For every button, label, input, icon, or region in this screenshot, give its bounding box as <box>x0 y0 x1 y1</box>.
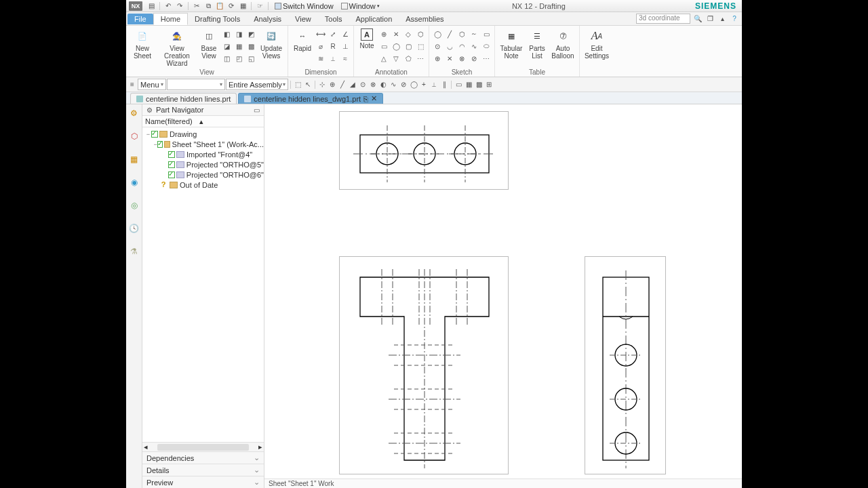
constraint-navigator-icon[interactable]: ▦ <box>128 153 140 165</box>
save-icon[interactable]: ▤ <box>146 1 156 11</box>
doc-tab-2[interactable]: centerline hidden lines_dwg1.prt⎘✕ <box>238 93 383 104</box>
tab-view[interactable]: View <box>288 14 318 24</box>
tabular-note-button[interactable]: ▦TabularNote <box>498 27 525 60</box>
group-view: 📄NewSheet 🧙View CreationWizard ◫BaseView… <box>126 26 288 77</box>
part-navigator-icon[interactable]: ⚙ <box>128 107 140 119</box>
snap-4-icon[interactable]: ◢ <box>348 80 357 89</box>
view-1-icon[interactable]: ▭ <box>454 80 463 89</box>
assembly-navigator-icon[interactable]: ⬡ <box>128 130 140 142</box>
tree-ortho6[interactable]: Projected "ORTHO@6" <box>142 169 264 180</box>
switch-window-icon[interactable]: Switch Window <box>272 1 336 11</box>
snap-3-icon[interactable]: ╱ <box>338 80 347 89</box>
snap-2-icon[interactable]: ⊕ <box>328 80 337 89</box>
group-annotation: ANote ⊕✕◇⬡ ▭◯▢⬚ △▽⬠⋯ Annotation <box>354 26 429 77</box>
ribbon: 📄NewSheet 🧙View CreationWizard ◫BaseView… <box>126 26 742 77</box>
snap-8-icon[interactable]: ∿ <box>389 80 398 89</box>
auto-balloon-button[interactable]: ➆AutoBalloon <box>549 27 576 60</box>
drawing-canvas[interactable] <box>264 104 742 479</box>
view-ortho5[interactable] <box>339 256 509 474</box>
snap-12-icon[interactable]: ⟂ <box>429 80 439 89</box>
note-button[interactable]: ANote <box>357 27 377 49</box>
view-4-icon[interactable]: ⊞ <box>484 80 494 89</box>
doc-tab-1[interactable]: centerline hidden lines.prt <box>130 93 237 104</box>
snap-5-icon[interactable]: ⊙ <box>358 80 368 89</box>
history-icon[interactable]: 🕓 <box>128 222 140 235</box>
rapid-dimension-button[interactable]: ↔Rapid <box>291 27 314 52</box>
dimension-mini-buttons[interactable]: ⟷⤢∠ ⌀R⊥ ≋⟂≈ <box>315 27 351 64</box>
help-icon[interactable]: ? <box>730 14 739 24</box>
new-sheet-button[interactable]: 📄NewSheet <box>129 27 156 60</box>
redo-icon[interactable]: ↷ <box>175 1 184 11</box>
close-icon[interactable]: ✕ <box>371 94 377 103</box>
part-icon <box>244 96 251 102</box>
update-views-button[interactable]: 🔄UpdateViews <box>258 27 285 60</box>
tab-file[interactable]: File <box>127 14 153 24</box>
parts-list-button[interactable]: ☰PartsList <box>526 27 548 60</box>
base-view-button[interactable]: ◫BaseView <box>198 27 220 60</box>
document-tab-strip: centerline hidden lines.prt centerline h… <box>126 92 742 104</box>
search-icon[interactable]: 🔍 <box>693 14 703 24</box>
tree-drawing[interactable]: −Drawing <box>142 129 264 139</box>
window-restore-icon[interactable]: ❐ <box>705 14 715 24</box>
reuse-library-icon[interactable]: ◉ <box>128 176 140 188</box>
snap-7-icon[interactable]: ◐ <box>378 80 388 89</box>
group-edit: AAEditSettings <box>580 26 614 77</box>
view-3-icon[interactable]: ▩ <box>474 80 484 89</box>
cut-icon[interactable]: ✂ <box>192 1 201 11</box>
grid-icon[interactable]: ▦ <box>238 1 248 11</box>
gear-icon[interactable]: ⚙ <box>145 106 153 114</box>
snap-11-icon[interactable]: + <box>419 80 429 89</box>
tree-ortho5[interactable]: Projected "ORTHO@5" <box>142 159 264 169</box>
copy-icon[interactable]: ⧉ <box>203 1 213 11</box>
menu-icon[interactable]: ≡ <box>127 80 137 89</box>
collapse-icon[interactable]: ▭ <box>252 105 261 115</box>
tab-analysis[interactable]: Analysis <box>247 14 288 24</box>
view-ortho6[interactable] <box>585 256 666 474</box>
view-mini-buttons[interactable]: ◧◨◩ ◪▦▩ ◫◰◱ <box>221 27 256 64</box>
snap-6-icon[interactable]: ⊗ <box>368 80 378 89</box>
quick-access-toolbar: ▤ ↶ ↷ ✂ ⧉ 📋 ⟳ ▦ ☞ Switch Window Window▾ <box>146 1 382 11</box>
group-table-label: Table <box>498 68 576 77</box>
tab-tools[interactable]: Tools <box>318 14 349 24</box>
snap-10-icon[interactable]: ◯ <box>409 80 418 89</box>
tab-application[interactable]: Application <box>349 14 399 24</box>
hd3d-icon[interactable]: ◎ <box>128 199 140 211</box>
tab-drafting-tools[interactable]: Drafting Tools <box>188 14 247 24</box>
snap-13-icon[interactable]: ∥ <box>439 80 449 89</box>
view-creation-wizard-button[interactable]: 🧙View CreationWizard <box>157 27 197 67</box>
command-finder-input[interactable]: 3d coordinate <box>636 14 690 24</box>
minimize-ribbon-icon[interactable]: ▴ <box>717 14 727 24</box>
selection-filter[interactable]: ▾ <box>167 79 225 90</box>
title-bar: NX ▤ ↶ ↷ ✂ ⧉ 📋 ⟳ ▦ ☞ Switch Window Windo… <box>126 0 742 12</box>
sketch-mini-buttons[interactable]: ◯╱⬡～▭ ⊙◡◠∿⬭ ⊕✕⊗⊘⋯ <box>432 27 492 64</box>
nav-dependencies[interactable]: Dependencies⌄ <box>142 451 264 464</box>
annotation-mini-buttons[interactable]: ⊕✕◇⬡ ▭◯▢⬚ △▽⬠⋯ <box>378 27 426 64</box>
tree-front[interactable]: Imported "Front@4" <box>142 149 264 159</box>
edit-settings-button[interactable]: AAEditSettings <box>583 27 611 60</box>
nav-preview[interactable]: Preview⌄ <box>142 476 264 488</box>
select-icon[interactable]: ⬚ <box>293 80 302 89</box>
pin-icon[interactable]: ⎘ <box>363 95 368 103</box>
roles-icon[interactable]: ⚗ <box>128 245 140 258</box>
group-sketch-label: Sketch <box>432 68 492 77</box>
navigator-hscroll[interactable]: ◂▸ <box>142 442 264 451</box>
main-area: ⚙ ⬡ ▦ ◉ ◎ 🕓 ⚗ ⚙ Part Navigator ▭ Name(fi… <box>126 104 742 488</box>
paste-icon[interactable]: 📋 <box>215 1 224 11</box>
snap-9-icon[interactable]: ⊘ <box>399 80 408 89</box>
tree-out-of-date[interactable]: ?Out of Date <box>142 180 264 190</box>
nav-details[interactable]: Details⌄ <box>142 464 264 476</box>
tab-home[interactable]: Home <box>153 13 188 25</box>
view-front[interactable] <box>339 111 509 190</box>
touch-icon[interactable]: ☞ <box>255 1 264 11</box>
undo-icon[interactable]: ↶ <box>163 1 173 11</box>
assembly-filter[interactable]: Entire Assembly▾ <box>226 79 288 90</box>
tree-sheet[interactable]: −Sheet "Sheet 1" (Work-Ac... <box>142 139 264 149</box>
window-dropdown[interactable]: Window▾ <box>338 1 382 11</box>
view-2-icon[interactable]: ▦ <box>464 80 473 89</box>
snap-1-icon[interactable]: ⊹ <box>317 80 327 89</box>
navigator-filter-row[interactable]: Name(filtered)▴ <box>142 116 264 127</box>
menu-dropdown[interactable]: Menu▾ <box>138 79 166 90</box>
repeat-icon[interactable]: ⟳ <box>226 1 236 11</box>
tab-assemblies[interactable]: Assemblies <box>399 14 450 24</box>
select-arrow-icon[interactable]: ↖ <box>303 80 313 89</box>
